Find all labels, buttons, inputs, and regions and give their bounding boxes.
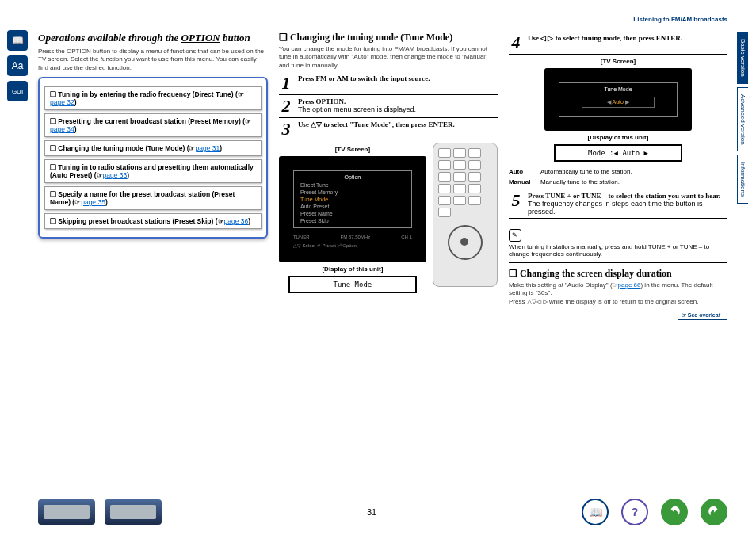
gui-icon[interactable]: GUI — [7, 81, 28, 101]
nav-contents-button[interactable]: 📖 — [582, 499, 609, 525]
pencil-icon: ✎ — [509, 229, 521, 242]
mode-table: AutoAutomatically tune to the station.Ma… — [509, 166, 727, 187]
display-unit-label-2: [Display of this unit] — [509, 134, 727, 141]
sidebar-nav-left: 📖 Aa GUI — [5, 25, 30, 106]
step-1-text: Press FM or AM to switch the input sourc… — [298, 75, 498, 92]
display-duration-text: Make this setting at "Audio Display" (☞p… — [509, 281, 727, 306]
step-2-num: 2 — [279, 97, 293, 115]
lcd-display-1: Tune Mode — [288, 276, 417, 293]
book-icon[interactable]: 📖 — [7, 30, 28, 51]
step-1-num: 1 — [279, 75, 293, 92]
nav-forward-button[interactable] — [701, 499, 727, 525]
note-box: ✎ When tuning in stations manually, pres… — [509, 224, 727, 263]
display-unit-label: [Display of this unit] — [279, 266, 426, 273]
step-5-num: 5 — [509, 192, 523, 216]
nav-back-button[interactable] — [661, 499, 688, 525]
option-item[interactable]: ❏ Specify a name for the preset broadcas… — [44, 186, 262, 210]
section-title-operations: Operations available through the OPTION … — [38, 32, 268, 44]
tab-basic[interactable]: Basic version — [737, 32, 748, 84]
device-front-thumb[interactable] — [38, 499, 95, 525]
step-3-text: Use △▽ to select "Tune Mode", then press… — [298, 120, 498, 138]
option-item[interactable]: ❏ Presetting the current broadcast stati… — [44, 113, 262, 137]
tab-advanced[interactable]: Advanced version — [737, 87, 748, 152]
sidebar-nav-right: Basic version Advanced version Informati… — [737, 32, 754, 207]
device-thumbnails — [38, 499, 162, 525]
option-item[interactable]: ❏ Changing the tuning mode (Tune Mode) (… — [44, 140, 262, 156]
step-2-text: Press OPTION.The option menu screen is d… — [298, 97, 498, 115]
step-4-num: 4 — [509, 34, 523, 52]
lcd-display-2: Mode :◀ Auto ▶ — [554, 144, 682, 162]
tab-info[interactable]: Informations — [737, 155, 748, 204]
step-5-text: Press TUNE + or TUNE – to select the sta… — [528, 192, 727, 216]
breadcrumb: Listening to FM/AM broadcasts — [38, 16, 727, 25]
tv-screen-menu: OptionDirect TunePreset MemoryTune ModeA… — [279, 156, 426, 262]
option-list: ❏ Tuning in by entering the radio freque… — [38, 77, 268, 239]
section-intro: Press the OPTION button to display a men… — [38, 48, 268, 72]
aa-icon[interactable]: Aa — [7, 55, 28, 76]
tv-screen-label-2: [TV Screen] — [509, 58, 727, 65]
option-item[interactable]: ❏ Tuning in to radio stations and preset… — [44, 159, 262, 183]
device-rear-thumb[interactable] — [105, 499, 162, 525]
tune-mode-intro: You can change the mode for tuning into … — [279, 45, 498, 70]
see-overleaf-button[interactable]: ☞ See overleaf — [678, 311, 727, 320]
option-item[interactable]: ❏ Tuning in by entering the radio freque… — [44, 86, 262, 110]
tv-screen-label: [TV Screen] — [279, 146, 426, 153]
step-3-num: 3 — [279, 120, 293, 138]
tv-screen-menu-2: Tune Mode ◀ Auto ▶ — [544, 68, 692, 131]
option-item[interactable]: ❏ Skipping preset broadcast stations (Pr… — [44, 213, 262, 229]
nav-help-button[interactable]: ? — [621, 499, 648, 525]
subsection-tune-mode: ❏ Changing the tuning mode (Tune Mode) — [279, 32, 498, 44]
page-number: 31 — [367, 507, 376, 517]
remote-illustration — [433, 143, 498, 287]
subsection-display-duration: ❏ Changing the screen display duration — [509, 268, 727, 280]
step-4-text: Use ◁ ▷ to select tuning mode, then pres… — [528, 34, 727, 52]
